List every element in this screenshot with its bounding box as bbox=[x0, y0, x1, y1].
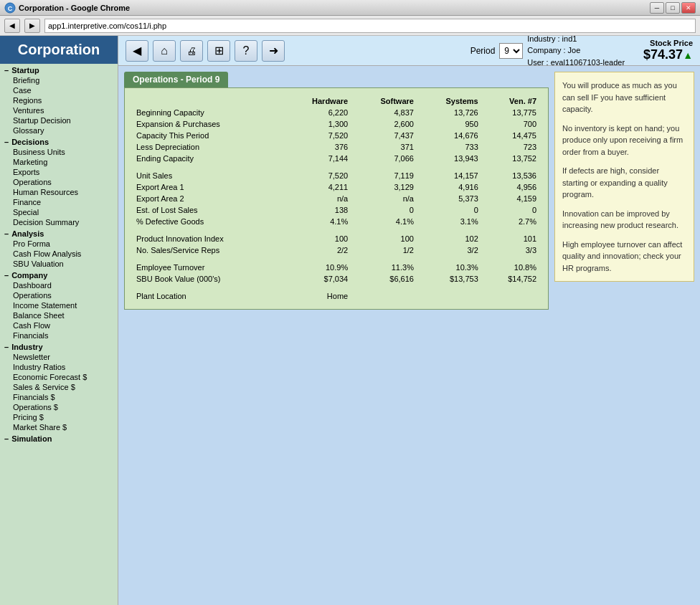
row-val-3: 723 bbox=[483, 141, 541, 153]
row-val-0: 4,211 bbox=[283, 181, 352, 193]
info-paragraph: High employee turnover can affect qualit… bbox=[562, 239, 686, 275]
row-val-3: 13,536 bbox=[483, 170, 541, 181]
row-val-1: 3,129 bbox=[352, 181, 418, 193]
table-row: Ending Capacity7,1447,06613,94313,752 bbox=[132, 153, 541, 164]
row-val-2: 102 bbox=[418, 233, 483, 244]
sidebar-item-regions[interactable]: Regions bbox=[0, 95, 118, 105]
sidebar-item-industry-ratios[interactable]: Industry Ratios bbox=[0, 362, 118, 372]
sidebar-item-special[interactable]: Special bbox=[0, 207, 118, 217]
maximize-button[interactable]: □ bbox=[666, 2, 680, 14]
forward-button[interactable]: ▶ bbox=[24, 19, 40, 33]
sidebar-item-briefing[interactable]: Briefing bbox=[0, 75, 118, 85]
row-val-3: 4,956 bbox=[483, 181, 541, 193]
row-val-3: $14,752 bbox=[483, 273, 541, 285]
sidebar-item-income-statement[interactable]: Income Statement bbox=[0, 300, 118, 310]
sidebar-item-balance-sheet[interactable]: Balance Sheet bbox=[0, 310, 118, 320]
table-row: No. Sales/Service Reps2/21/23/23/3 bbox=[132, 244, 541, 256]
col-label-header bbox=[132, 95, 283, 107]
address-input[interactable] bbox=[44, 19, 696, 33]
main-layout: Corporation Startup Briefing Case Region… bbox=[0, 36, 700, 605]
row-val-1: 7,437 bbox=[352, 130, 418, 141]
sidebar-item-exports[interactable]: Exports bbox=[0, 167, 118, 177]
section-industry: Industry bbox=[0, 340, 118, 352]
info-paragraph: You will produce as much as you can sell… bbox=[562, 80, 686, 115]
col-vendor-header: Ven. #7 bbox=[483, 95, 541, 107]
sidebar-item-human-resources[interactable]: Human Resources bbox=[0, 187, 118, 197]
section-decisions: Decisions bbox=[0, 135, 118, 147]
row-val-3: 3/3 bbox=[483, 244, 541, 256]
row-val-2: 3/2 bbox=[418, 244, 483, 256]
content-area: ◀ ⌂ 🖨 ⊞ ? ➜ Period 9 bbox=[118, 36, 700, 605]
window-controls[interactable]: ─ □ ✕ bbox=[650, 2, 696, 14]
row-val-1: 7,119 bbox=[352, 170, 418, 181]
home-icon: ⌂ bbox=[161, 44, 168, 57]
row-val-2: $13,753 bbox=[418, 273, 483, 285]
table-row: Plant LocationHome bbox=[132, 290, 541, 302]
operations-panel: Operations - Period 9 Hardware Software … bbox=[124, 72, 549, 599]
sidebar-item-cash-flow-analysis[interactable]: Cash Flow Analysis bbox=[0, 249, 118, 259]
company-info: Company : Joe bbox=[527, 44, 625, 57]
row-val-0: 2/2 bbox=[283, 244, 352, 256]
back-button[interactable]: ◀ bbox=[4, 19, 20, 33]
sidebar-item-company-operations[interactable]: Operations bbox=[0, 290, 118, 300]
row-val-0: 1,300 bbox=[283, 118, 352, 130]
grid-button[interactable]: ⊞ bbox=[207, 40, 230, 62]
print-button[interactable]: 🖨 bbox=[180, 40, 203, 62]
table-row: Beginning Capacity6,2204,83713,72613,775 bbox=[132, 107, 541, 118]
exit-button[interactable]: ➜ bbox=[262, 40, 285, 62]
sidebar-item-pro-forma[interactable]: Pro Forma bbox=[0, 239, 118, 249]
sidebar-item-finance[interactable]: Finance bbox=[0, 197, 118, 207]
row-val-2: 14,676 bbox=[418, 130, 483, 141]
row-val-1: 7,066 bbox=[352, 153, 418, 164]
row-val-1: 4.1% bbox=[352, 216, 418, 227]
sidebar-item-sales-service[interactable]: Sales & Service $ bbox=[0, 382, 118, 392]
row-val-0: Home bbox=[283, 290, 352, 302]
minimize-button[interactable]: ─ bbox=[650, 2, 664, 14]
back-nav-button[interactable]: ◀ bbox=[126, 40, 148, 62]
sidebar-item-marketing[interactable]: Marketing bbox=[0, 157, 118, 167]
period-label: Period bbox=[470, 46, 496, 56]
row-val-3: 4,159 bbox=[483, 193, 541, 204]
title-bar: C Corporation - Google Chrome ─ □ ✕ bbox=[0, 0, 700, 16]
sidebar-item-glossary[interactable]: Glossary bbox=[0, 125, 118, 135]
sidebar-item-economic-forecast[interactable]: Economic Forecast $ bbox=[0, 372, 118, 382]
stock-label: Stock Price bbox=[643, 39, 693, 47]
sidebar-item-startup-decision[interactable]: Startup Decision bbox=[0, 115, 118, 125]
sidebar-item-case[interactable]: Case bbox=[0, 85, 118, 95]
period-select[interactable]: 9 bbox=[499, 43, 523, 59]
sidebar-item-pricing[interactable]: Pricing $ bbox=[0, 412, 118, 422]
sidebar-item-sbu-valuation[interactable]: SBU Valuation bbox=[0, 259, 118, 269]
sidebar-item-cash-flow[interactable]: Cash Flow bbox=[0, 320, 118, 330]
sidebar-item-ventures[interactable]: Ventures bbox=[0, 105, 118, 115]
sidebar-item-financials-dollar[interactable]: Financials $ bbox=[0, 392, 118, 402]
row-val-0: 7,520 bbox=[283, 130, 352, 141]
table-row: Est. of Lost Sales138000 bbox=[132, 204, 541, 216]
sidebar-item-market-share[interactable]: Market Share $ bbox=[0, 422, 118, 432]
sidebar-item-dashboard[interactable]: Dashboard bbox=[0, 280, 118, 290]
period-area: Period 9 bbox=[470, 43, 524, 59]
row-val-0: 6,220 bbox=[283, 107, 352, 118]
row-val-1: 0 bbox=[352, 204, 418, 216]
row-label: Export Area 2 bbox=[132, 193, 283, 204]
sidebar-item-decision-summary[interactable]: Decision Summary bbox=[0, 217, 118, 227]
close-button[interactable]: ✕ bbox=[681, 2, 696, 14]
row-label: % Defective Goods bbox=[132, 216, 283, 227]
row-val-0: 4.1% bbox=[283, 216, 352, 227]
table-row: Unit Sales7,5207,11914,15713,536 bbox=[132, 170, 541, 181]
home-button[interactable]: ⌂ bbox=[153, 40, 176, 62]
row-val-2: 10.3% bbox=[418, 262, 483, 273]
sidebar-item-operations[interactable]: Operations bbox=[0, 177, 118, 187]
sidebar-item-newsletter[interactable]: Newsletter bbox=[0, 352, 118, 362]
sidebar-item-financials[interactable]: Financials bbox=[0, 330, 118, 340]
row-val-3: 700 bbox=[483, 118, 541, 130]
sidebar-item-operations-dollar[interactable]: Operations $ bbox=[0, 402, 118, 412]
table-row: Product Innovation Index100100102101 bbox=[132, 233, 541, 244]
table-row: Export Area 2n/an/a5,3734,159 bbox=[132, 193, 541, 204]
row-val-3: 101 bbox=[483, 233, 541, 244]
help-button[interactable]: ? bbox=[235, 40, 257, 62]
row-val-0: $7,034 bbox=[283, 273, 352, 285]
top-bar: ◀ ⌂ 🖨 ⊞ ? ➜ Period 9 bbox=[118, 36, 700, 66]
row-val-2: 733 bbox=[418, 141, 483, 153]
row-val-2: 4,916 bbox=[418, 181, 483, 193]
sidebar-item-business-units[interactable]: Business Units bbox=[0, 147, 118, 157]
